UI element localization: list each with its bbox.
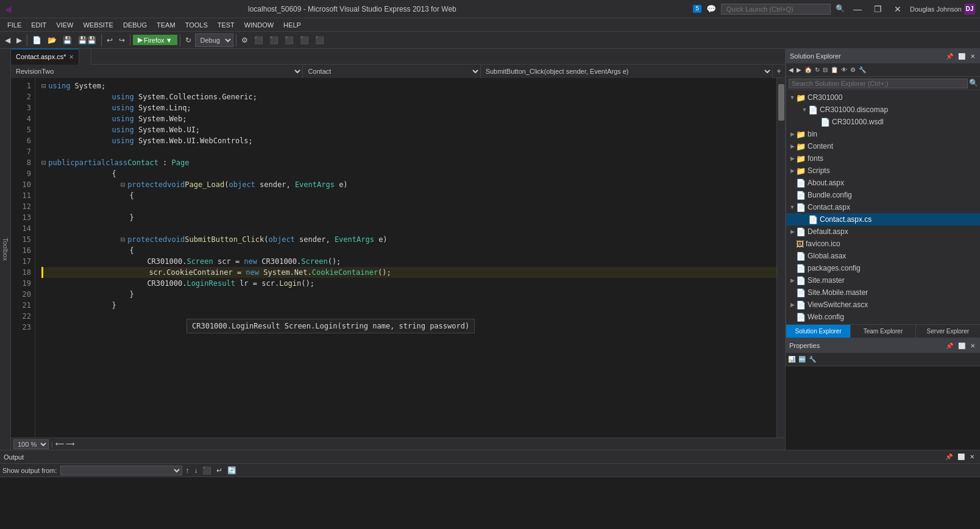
toolbar-extra-btn5[interactable]: ⬛ xyxy=(297,35,311,46)
output-wrap-btn[interactable]: ↵ xyxy=(215,465,224,476)
toolbox-panel[interactable]: Toolbox xyxy=(0,49,11,450)
output-up-btn[interactable]: ↑ xyxy=(183,465,191,476)
menu-edit[interactable]: EDIT xyxy=(26,20,51,30)
debug-mode-select[interactable]: Debug xyxy=(195,34,233,47)
output-float-btn[interactable]: ⬜ xyxy=(956,453,967,461)
sol-filter-btn[interactable]: ⚙ xyxy=(849,66,857,74)
sol-settings-btn[interactable]: 🔧 xyxy=(857,66,867,74)
toolbar-save-btn[interactable]: 💾 xyxy=(60,35,74,46)
code-content[interactable]: ⊟ using System; using System.Collections… xyxy=(35,78,776,438)
output-down-btn[interactable]: ↓ xyxy=(192,465,199,476)
tree-item-fonts[interactable]: ▶ 📁 fonts xyxy=(786,152,980,165)
chat-icon[interactable]: 💬 xyxy=(706,4,716,14)
toolbar-save-all-btn[interactable]: 💾💾 xyxy=(76,35,99,46)
tree-item-discomap[interactable]: ▼ 📄 CR301000.discomap xyxy=(786,104,980,116)
toolbar-extra-btn1[interactable]: ⚙ xyxy=(239,35,250,46)
toolbar-new-btn[interactable]: 📄 xyxy=(30,35,44,46)
toolbar-open-btn[interactable]: 📂 xyxy=(45,35,59,46)
menu-view[interactable]: VIEW xyxy=(51,20,78,30)
code-line: CR301000.LoginResult lr = scr.Login(); xyxy=(41,278,776,289)
output-close-btn[interactable]: ✕ xyxy=(968,453,976,461)
solution-tree[interactable]: ▼ 📁 CR301000 ▼ 📄 CR301000.discomap 📄 CR3… xyxy=(786,90,980,324)
tree-item-cr301000[interactable]: ▼ 📁 CR301000 xyxy=(786,91,980,104)
toolbar-undo-btn[interactable]: ↩ xyxy=(104,35,115,46)
zoom-select[interactable]: 100 % xyxy=(13,439,49,449)
tree-item-default[interactable]: ▶ 📄 Default.aspx xyxy=(786,225,980,238)
tree-item-favicon[interactable]: 🖼 favicon.ico xyxy=(786,238,980,250)
tree-item-wsdl[interactable]: 📄 CR301000.wsdl xyxy=(786,116,980,128)
debug-run-button[interactable]: ▶ Firefox ▼ xyxy=(133,35,177,45)
tree-item-bin[interactable]: ▶ 📁 bin xyxy=(786,128,980,140)
output-clear-btn[interactable]: ⬛ xyxy=(201,465,213,476)
close-button[interactable]: ✕ xyxy=(890,3,905,15)
tree-item-scripts[interactable]: ▶ 📁 Scripts xyxy=(786,165,980,177)
solution-search-input[interactable] xyxy=(789,79,968,88)
tree-item-contact-cs[interactable]: 📄 Contact.aspx.cs xyxy=(786,213,980,225)
menu-file[interactable]: FILE xyxy=(2,20,26,30)
restore-button[interactable]: ❐ xyxy=(870,3,886,15)
solution-search-icon[interactable]: 🔍 xyxy=(969,79,978,88)
toolbar-extra-btn6[interactable]: ⬛ xyxy=(313,35,327,46)
menu-window[interactable]: WINDOW xyxy=(240,20,279,30)
tree-item-packages[interactable]: 📄 packages.config xyxy=(786,262,980,274)
sol-collapse-btn[interactable]: ⊟ xyxy=(822,66,829,74)
tree-item-bundle[interactable]: 📄 Bundle.config xyxy=(786,189,980,201)
prop-cat-btn[interactable]: 📊 xyxy=(787,355,797,363)
tab-server-explorer[interactable]: Server Explorer xyxy=(916,325,980,338)
sol-back-btn[interactable]: ◀ xyxy=(787,66,795,74)
nav-method-select[interactable]: SubmitButton_Click(object sender, EventA… xyxy=(481,65,773,78)
output-sync-btn[interactable]: 🔄 xyxy=(225,465,238,476)
menu-tools[interactable]: TOOLS xyxy=(180,20,213,30)
prop-close-btn[interactable]: ✕ xyxy=(968,342,977,350)
menu-help[interactable]: HELP xyxy=(279,20,306,30)
menu-test[interactable]: TEST xyxy=(213,20,240,30)
scroll-thumb[interactable] xyxy=(778,84,784,121)
code-editor[interactable]: 12345 678910 1112131415 1617181920 21222… xyxy=(11,78,785,438)
tab-solution-explorer[interactable]: Solution Explorer xyxy=(786,325,851,338)
editor-scrollbar[interactable] xyxy=(776,78,785,438)
tree-item-viewswitcher[interactable]: ▶ 📄 ViewSwitcher.ascx xyxy=(786,299,980,311)
nav-member-select[interactable]: Contact xyxy=(303,65,480,78)
tab-team-explorer[interactable]: Team Explorer xyxy=(851,325,915,338)
minimize-button[interactable]: — xyxy=(850,3,865,15)
nav-class-select[interactable]: RevisionTwo xyxy=(11,65,303,78)
toolbar-forward-btn[interactable]: ▶ xyxy=(14,35,24,46)
toolbar-extra-btn4[interactable]: ⬛ xyxy=(282,35,296,46)
tree-item-content[interactable]: ▶ 📁 Content xyxy=(786,140,980,152)
sol-home-btn[interactable]: 🏠 xyxy=(803,66,813,74)
tab-close-icon[interactable]: ✕ xyxy=(69,54,74,60)
output-pin-btn[interactable]: 📌 xyxy=(943,453,954,461)
menu-debug[interactable]: DEBUG xyxy=(118,20,152,30)
tree-item-site-mobile[interactable]: 📄 Site.Mobile.master xyxy=(786,286,980,299)
tree-item-global[interactable]: 📄 Global.asax xyxy=(786,250,980,262)
toolbar-redo-btn[interactable]: ↪ xyxy=(116,35,127,46)
quick-launch-input[interactable] xyxy=(721,4,831,15)
menu-website[interactable]: WEBSITE xyxy=(78,20,118,30)
pin-btn[interactable]: 📌 xyxy=(944,52,955,60)
toolbar-extra-btn2[interactable]: ⬛ xyxy=(252,35,266,46)
tree-item-site-master[interactable]: ▶ 📄 Site.master xyxy=(786,274,980,286)
tab-inactive[interactable] xyxy=(79,49,91,65)
sol-show-btn[interactable]: 👁 xyxy=(840,66,848,74)
tree-item-about[interactable]: 📄 About.aspx xyxy=(786,177,980,189)
menu-team[interactable]: TEAM xyxy=(152,20,180,30)
tab-contact-aspx-cs[interactable]: Contact.aspx.cs* ✕ xyxy=(11,49,79,65)
toolbar-extra-btn3[interactable]: ⬛ xyxy=(267,35,281,46)
notification-badge[interactable]: 5 xyxy=(693,5,701,13)
close-panel-btn[interactable]: ✕ xyxy=(968,52,977,60)
output-source-select[interactable] xyxy=(60,466,182,475)
sol-refresh-btn[interactable]: ↻ xyxy=(814,66,821,74)
prop-float-btn[interactable]: ⬜ xyxy=(956,342,967,350)
sol-forward-btn[interactable]: ▶ xyxy=(795,66,803,74)
prop-wrench-btn[interactable]: 🔧 xyxy=(808,355,817,363)
sol-properties-btn[interactable]: 📋 xyxy=(829,66,839,74)
nav-expand-btn[interactable]: + xyxy=(773,66,785,77)
toolbar-back-btn[interactable]: ◀ xyxy=(2,35,13,46)
float-btn[interactable]: ⬜ xyxy=(956,52,967,60)
prop-alpha-btn[interactable]: 🔤 xyxy=(797,355,807,363)
expand-arrow xyxy=(789,253,796,259)
tree-item-contact-aspx[interactable]: ▼ 📄 Contact.aspx xyxy=(786,201,980,213)
tree-item-web-config[interactable]: 📄 Web.config xyxy=(786,311,980,323)
prop-pin-btn[interactable]: 📌 xyxy=(944,342,955,350)
toolbar-refresh-btn[interactable]: ↻ xyxy=(183,35,194,46)
